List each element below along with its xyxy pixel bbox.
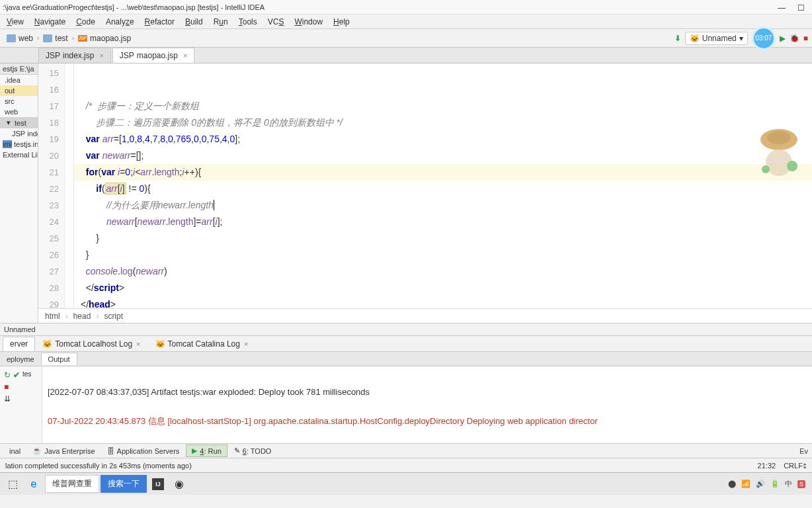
clock-badge: 03:07 — [752, 26, 776, 50]
window-titlebar: :\java ee\GraduationProgect\testjs] - ..… — [0, 0, 812, 15]
external-libraries[interactable]: External Lib — [0, 149, 38, 160]
system-tray[interactable]: ⬤ 📶 🔊 🔋 中 S — [728, 479, 809, 489]
menu-build[interactable]: Build — [181, 16, 207, 28]
crumb-script[interactable]: script — [104, 312, 123, 321]
chevron-right-icon: › — [37, 34, 39, 42]
sogou-icon[interactable]: S — [797, 480, 805, 488]
run-panel-header: Unnamed — [0, 323, 812, 336]
volume-icon[interactable]: 🔊 — [756, 480, 765, 488]
play-icon: ▶ — [192, 446, 197, 455]
sub-deployment[interactable]: eployme — [0, 353, 41, 365]
intellij-icon[interactable]: IJ — [148, 475, 168, 493]
sub-output[interactable]: Output — [41, 353, 77, 365]
event-log-link[interactable]: Ev — [799, 447, 812, 455]
tray-icon[interactable]: ⬤ — [728, 480, 736, 488]
run-tab-localhost-log[interactable]: 🐱Tomcat Localhost Log× — [35, 337, 147, 351]
project-sidebar[interactable]: estjs E:\ja .idea out src web ▾test JSPi… — [0, 64, 38, 323]
tab-index-jsp[interactable]: JSP index.jsp × — [38, 48, 111, 63]
debug-icon[interactable]: 🐞 — [790, 34, 799, 43]
crumb-test[interactable]: test — [40, 32, 70, 44]
editor-tabs: JSP index.jsp × JSP maopao.jsp × — [0, 48, 812, 64]
console-toolbar: ↻✔tes ■ ⇊ — [0, 366, 42, 443]
cursor-position[interactable]: 21:32 — [758, 462, 776, 470]
jsp-icon: JSP — [46, 51, 60, 60]
tree-testjs-iml[interactable]: imltestjs.in — [0, 139, 38, 149]
run-config-selector[interactable]: 🐱 Unnamed ▾ — [685, 32, 748, 45]
menu-help[interactable]: Help — [329, 16, 354, 28]
tool-terminal[interactable]: inal — [4, 446, 26, 456]
network-icon[interactable]: 📶 — [741, 480, 751, 488]
menu-tools[interactable]: Tools — [235, 16, 261, 28]
nav-breadcrumb-bar: web › test › JSPmaopao.jsp ⬇ 🐱 Unnamed ▾… — [0, 29, 812, 48]
log-line: [2022-07-07 08:43:37,035] Artifact testj… — [48, 385, 807, 400]
tool-java-enterprise[interactable]: ☕Java Enterprise — [27, 445, 100, 456]
menu-run[interactable]: Run — [210, 16, 232, 28]
server-icon: 🗄 — [107, 447, 114, 455]
jsp-icon: JSP — [120, 51, 134, 60]
maximize-icon[interactable]: ☐ — [797, 3, 805, 11]
crumb-head[interactable]: head — [73, 312, 91, 321]
run-tab-server[interactable]: erver — [3, 337, 35, 351]
tree-src[interactable]: src — [0, 96, 38, 106]
menu-analyze[interactable]: Analyze — [102, 16, 138, 28]
tree-test[interactable]: ▾test — [0, 117, 38, 128]
build-icon[interactable]: ⬇ — [674, 34, 681, 43]
line-separator[interactable]: CRLF‡ — [784, 462, 807, 470]
folder-icon — [7, 34, 16, 42]
code-area[interactable]: /* 步骤一：定义一个新数组 步骤二：遍历需要删除 0的数组，将不是 0的放到新… — [74, 64, 812, 308]
tool-todo[interactable]: ✎6: TODO — [229, 445, 277, 456]
crumb-html[interactable]: html — [45, 312, 60, 321]
tab-maopao-jsp[interactable]: JSP maopao.jsp × — [112, 48, 195, 63]
stop-icon[interactable]: ■ — [803, 34, 808, 43]
code-editor[interactable]: 151617 181920 212223 242526 272829 /* 步骤… — [38, 64, 812, 323]
stop-icon[interactable]: ■ — [4, 382, 9, 392]
close-icon[interactable]: × — [136, 340, 140, 348]
fold-column[interactable] — [65, 64, 74, 308]
chevron-right-icon: › — [96, 312, 99, 321]
close-icon[interactable]: × — [244, 340, 248, 348]
status-message: lation completed successfully in 2s 453m… — [5, 462, 758, 470]
taskbar-app-icon[interactable]: ⬚ — [3, 475, 22, 493]
taskbar-weipu[interactable]: 维普网查重 — [45, 475, 99, 493]
os-taskbar: ⬚ e 维普网查重 搜索一下 IJ ◉ ⬤ 📶 🔊 🔋 中 S — [0, 472, 812, 495]
tree-web[interactable]: web — [0, 106, 38, 117]
run-panel-tabs: erver 🐱Tomcat Localhost Log× 🐱Tomcat Cat… — [0, 336, 812, 352]
edge-icon[interactable]: e — [24, 475, 44, 493]
menu-view[interactable]: View — [3, 16, 28, 28]
tree-idea[interactable]: .idea — [0, 75, 38, 85]
project-root[interactable]: estjs E:\ja — [0, 64, 38, 75]
tool-run[interactable]: ▶4: Run — [186, 444, 227, 457]
menu-refactor[interactable]: Refactor — [141, 16, 179, 28]
folder-icon — [43, 34, 52, 42]
menu-code[interactable]: Code — [72, 16, 99, 28]
run-icon[interactable]: ▶ — [780, 34, 786, 43]
tree-index-jsp[interactable]: JSPinde — [0, 128, 38, 139]
code-breadcrumb: html › head › script — [38, 308, 812, 323]
close-icon[interactable]: × — [183, 52, 187, 60]
taskbar-search-btn[interactable]: 搜索一下 — [101, 475, 147, 493]
crumb-web[interactable]: web — [4, 32, 36, 44]
jsp-icon: JSP — [78, 35, 87, 42]
tree-out[interactable]: out — [0, 85, 38, 96]
file-icon: iml — [3, 140, 12, 148]
tomcat-label: tes — [22, 370, 31, 380]
close-icon[interactable]: × — [99, 52, 103, 60]
chevron-right-icon: › — [72, 34, 74, 42]
rerun-icon[interactable]: ↻ — [4, 370, 11, 380]
menu-navigate[interactable]: Navigate — [30, 16, 69, 28]
window-title: :\java ee\GraduationProgect\testjs] - ..… — [3, 3, 778, 11]
ime-icon[interactable]: 中 — [785, 479, 792, 489]
log-line: 07-Jul-2022 20:43:45.873 信息 [localhost-s… — [48, 414, 807, 429]
run-tab-catalina-log[interactable]: 🐱Tomcat Catalina Log× — [148, 337, 256, 351]
chrome-icon[interactable]: ◉ — [169, 475, 189, 493]
menu-vcs[interactable]: VCS — [264, 16, 288, 28]
down-icon[interactable]: ⇊ — [4, 394, 11, 403]
chevron-down-icon: ▾ — [739, 34, 743, 43]
battery-icon[interactable]: 🔋 — [770, 480, 780, 488]
chevron-right-icon: › — [65, 312, 68, 321]
crumb-file[interactable]: JSPmaopao.jsp — [75, 32, 134, 44]
menu-window[interactable]: Window — [290, 16, 327, 28]
console-output[interactable]: [2022-07-07 08:43:37,035] Artifact testj… — [42, 366, 812, 443]
minimize-icon[interactable]: — — [778, 3, 786, 11]
tool-app-servers[interactable]: 🗄Application Servers — [102, 446, 185, 456]
